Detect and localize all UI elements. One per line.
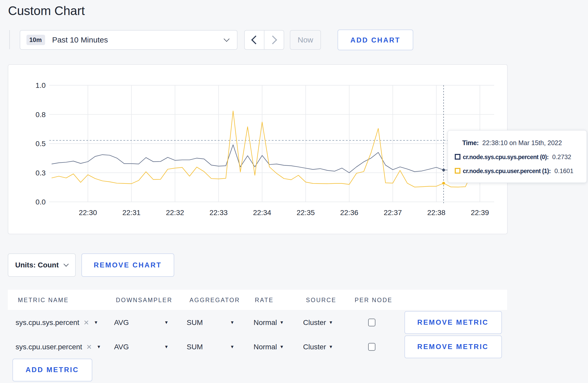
caret-down-icon: ▼ [230, 320, 234, 325]
clear-metric-icon[interactable]: ✕ [83, 318, 89, 326]
tooltip-series-user-label: cr.node.sys.cpu.user.percent (1): [463, 168, 551, 174]
metric-select[interactable]: sys.cpu.user.percent✕▼ [16, 343, 101, 351]
y-axis-tick-label: 0.5 [36, 140, 46, 148]
downsampler-value: AVG [114, 343, 129, 351]
y-axis-tick-label: 0.3 [36, 169, 46, 177]
caret-down-icon: ▼ [164, 344, 169, 349]
per-node-checkbox[interactable] [368, 319, 375, 326]
tooltip-time-label: Time: [462, 139, 479, 146]
caret-down-icon: ▼ [279, 320, 284, 325]
x-axis-tick-label: 22:31 [122, 209, 141, 217]
metric-name-value: sys.cpu.sys.percent [16, 318, 79, 327]
clear-metric-icon[interactable]: ✕ [86, 343, 92, 351]
metric-row: sys.cpu.user.percent✕▼ AVG▼ SUM▼ Normal▼… [8, 335, 507, 359]
caret-down-icon: ▼ [329, 344, 333, 349]
caret-down-icon: ▼ [230, 344, 234, 349]
col-header-rate: RATE [255, 297, 274, 303]
series-line-sys [52, 145, 494, 173]
source-select[interactable]: Cluster▼ [303, 318, 333, 327]
x-axis-tick-label: 22:33 [209, 209, 228, 217]
x-axis-tick-label: 22:39 [471, 209, 489, 217]
aggregator-value: SUM [187, 318, 203, 327]
x-axis-tick-label: 22:35 [297, 209, 315, 217]
series-user-legend-swatch [454, 168, 460, 174]
metric-row: sys.cpu.sys.percent✕▼ AVG▼ SUM▼ Normal▼ … [8, 310, 507, 335]
hover-dot-sys [442, 169, 445, 172]
remove-metric-button[interactable]: REMOVE METRIC [404, 311, 502, 334]
metric-select[interactable]: sys.cpu.sys.percent✕▼ [16, 318, 98, 327]
x-axis-tick-label: 22:38 [427, 209, 445, 217]
remove-metric-button[interactable]: REMOVE METRIC [404, 336, 502, 358]
col-header-aggregator: AGGREGATOR [190, 297, 240, 303]
x-axis-tick-label: 22:30 [79, 209, 97, 217]
x-axis-tick-label: 22:37 [384, 209, 402, 217]
y-axis-tick-label: 0.8 [36, 111, 46, 119]
metric-dropdown-caret-icon: ▼ [97, 344, 101, 349]
tooltip-series-user-value: 0.1601 [554, 167, 573, 174]
rate-value: Normal [254, 318, 277, 327]
aggregator-value: SUM [187, 343, 203, 351]
per-node-checkbox[interactable] [368, 343, 375, 351]
caret-down-icon: ▼ [279, 344, 284, 349]
chart-tooltip: Time: 22:38:10 on Mar 15th, 2022 cr.node… [447, 130, 587, 183]
custom-chart-page: Custom Chart 10m Past 10 Minutes Now ADD… [0, 0, 588, 383]
rate-select[interactable]: Normal▼ [254, 318, 284, 327]
series-sys-legend-swatch [454, 154, 460, 160]
x-axis-tick-label: 22:36 [340, 209, 358, 217]
series-line-user [52, 111, 494, 187]
rate-select[interactable]: Normal▼ [254, 343, 284, 351]
hover-dot-user [442, 182, 445, 185]
col-header-downsampler: DOWNSAMPLER [116, 297, 172, 303]
col-header-metric-name: METRIC NAME [18, 297, 69, 303]
add-metric-button[interactable]: ADD METRIC [12, 359, 92, 381]
tooltip-series-sys-value: 0.2732 [552, 153, 571, 160]
x-axis-tick-label: 22:34 [253, 209, 271, 217]
tooltip-time-value: 22:38:10 on Mar 15th, 2022 [482, 139, 562, 146]
source-value: Cluster [303, 318, 326, 327]
chevron-down-icon [64, 262, 69, 267]
col-header-source: SOURCE [306, 297, 337, 303]
aggregator-select[interactable]: SUM▼ [187, 343, 234, 351]
downsampler-value: AVG [114, 318, 129, 327]
y-axis-tick-label: 1.0 [36, 81, 46, 89]
source-value: Cluster [303, 343, 326, 351]
col-header-per-node: PER NODE [355, 297, 393, 303]
units-select-label: Units: Count [15, 261, 59, 269]
metrics-table-header: METRIC NAME DOWNSAMPLER AGGREGATOR RATE … [8, 290, 507, 310]
aggregator-select[interactable]: SUM▼ [187, 318, 234, 327]
units-select[interactable]: Units: Count [8, 253, 75, 276]
caret-down-icon: ▼ [329, 320, 333, 325]
downsampler-select[interactable]: AVG▼ [114, 343, 169, 351]
caret-down-icon: ▼ [164, 320, 169, 325]
rate-value: Normal [254, 343, 277, 351]
tooltip-series-sys-label: cr.node.sys.cpu.sys.percent (0): [463, 154, 549, 160]
remove-chart-button[interactable]: REMOVE CHART [81, 253, 174, 276]
source-select[interactable]: Cluster▼ [303, 343, 333, 351]
metric-dropdown-caret-icon: ▼ [94, 320, 98, 325]
y-axis-tick-label: 0.0 [36, 198, 46, 206]
downsampler-select[interactable]: AVG▼ [114, 318, 169, 327]
x-axis-tick-label: 22:32 [166, 209, 184, 217]
metric-name-value: sys.cpu.user.percent [16, 343, 82, 351]
